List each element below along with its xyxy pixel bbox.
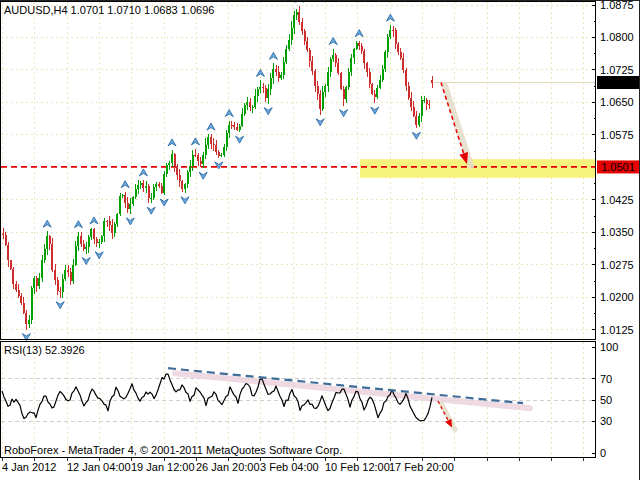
candle-body: [288, 40, 290, 49]
candle-body: [109, 221, 111, 225]
candle-body: [428, 104, 430, 105]
candle-body: [103, 221, 105, 236]
candle-body: [215, 145, 217, 152]
candle-body: [265, 88, 267, 97]
candle-body: [280, 75, 282, 78]
candle-body: [361, 46, 363, 51]
candle-body: [291, 28, 293, 40]
fractal-down-icon: [22, 334, 30, 341]
candle-body: [387, 37, 389, 53]
candle-body: [314, 71, 316, 86]
rsi-axis-label: 100: [600, 341, 618, 353]
platform-credit: RoboForex - MetaTrader 4, © 2001-2011 Me…: [4, 444, 342, 456]
candle-body: [7, 245, 9, 261]
fractal-down-icon: [236, 136, 244, 143]
candle-body: [192, 155, 194, 167]
fractal-down-icon: [371, 107, 379, 114]
candle-body: [330, 59, 332, 72]
fractal-up-icon: [191, 138, 199, 145]
candle-body: [10, 260, 12, 268]
candle-body: [400, 52, 402, 58]
current-price-badge-label: 1.0696: [601, 77, 635, 89]
candle-body: [46, 236, 48, 250]
candle-body: [304, 31, 306, 41]
candle-body: [49, 236, 51, 244]
price-axis-label: 1.0275: [600, 259, 634, 271]
candle-body: [90, 229, 92, 237]
time-axis-label: 17 Feb 20:00: [389, 461, 454, 473]
candle-body: [309, 50, 311, 60]
candle-body: [36, 278, 38, 286]
candle-body: [64, 270, 66, 279]
candle-body: [137, 185, 139, 189]
candle-body: [181, 181, 183, 189]
candle-body: [340, 73, 342, 89]
fractal-up-icon: [256, 69, 264, 76]
candle-body: [228, 125, 230, 133]
candle-body: [350, 58, 352, 72]
candle-body: [410, 98, 412, 108]
price-axis-label: 1.0575: [600, 129, 634, 141]
candle-body: [158, 184, 160, 186]
candle-body: [51, 244, 53, 270]
price-axis-label: 1.0200: [600, 291, 634, 303]
candle-body: [111, 225, 113, 233]
rsi-indicator-label: RSI(13) 52.3926: [4, 344, 85, 356]
candle-body: [259, 87, 261, 89]
time-axis-label: 4 Jan 2012: [2, 461, 56, 473]
candle-body: [166, 165, 168, 174]
candle-body: [322, 92, 324, 109]
candle-body: [176, 166, 178, 174]
candle-body: [54, 270, 56, 281]
fractal-down-icon: [264, 108, 272, 115]
candle-body: [366, 63, 368, 71]
candle-body: [415, 116, 417, 125]
candle-body: [379, 80, 381, 88]
candle-body: [127, 203, 129, 209]
time-axis-label: 26 Jan 20:00: [196, 461, 260, 473]
candle-body: [153, 187, 155, 197]
price-axis-label: 1.0875: [600, 1, 634, 11]
candle-body: [184, 184, 186, 189]
candle-body: [317, 86, 319, 94]
candle-body: [98, 242, 100, 243]
fractal-up-icon: [139, 169, 147, 176]
candle-body: [194, 155, 196, 156]
candle-body: [70, 272, 72, 281]
rsi-axis-label: 30: [600, 415, 612, 427]
candle-body: [31, 288, 33, 320]
candle-body: [161, 186, 163, 192]
candle-body: [20, 296, 22, 302]
candle-body: [2, 234, 4, 235]
candle-body: [41, 260, 43, 278]
candle-body: [12, 269, 14, 284]
target-price-badge-label: 1.0501: [601, 161, 635, 173]
candle-body: [96, 239, 98, 244]
candle-body: [275, 69, 277, 72]
candle-body: [101, 236, 103, 242]
candle-body: [179, 175, 181, 181]
fractal-up-icon: [168, 139, 176, 146]
candle-body: [249, 102, 251, 108]
candle-body: [132, 197, 134, 203]
candle-body: [155, 184, 157, 187]
candle-body: [119, 196, 121, 215]
candle-body: [335, 55, 337, 63]
candle-body: [67, 270, 69, 272]
candle-body: [83, 244, 85, 248]
candle-body: [223, 147, 225, 155]
rsi-line: [2, 374, 432, 421]
chart-canvas: 1.08751.08001.07251.06501.05751.04251.03…: [0, 1, 640, 480]
candle-body: [72, 265, 74, 282]
price-axis-label: 1.0125: [600, 324, 634, 336]
candle-body: [423, 100, 425, 101]
candle-body: [202, 155, 204, 163]
candle-body: [298, 12, 300, 23]
rsi-trendline: [168, 368, 523, 403]
candle-body: [324, 86, 326, 92]
fractal-up-icon: [121, 181, 129, 188]
candle-body: [75, 246, 77, 265]
candle-body: [252, 107, 254, 108]
candle-body: [345, 87, 347, 99]
candle-body: [28, 320, 30, 324]
